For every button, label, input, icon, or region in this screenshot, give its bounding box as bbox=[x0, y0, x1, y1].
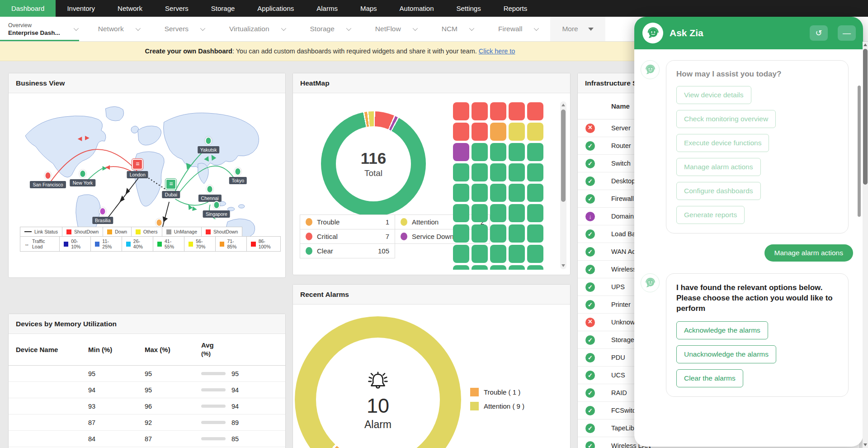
world-map[interactable]: San Francisco New York London bbox=[13, 96, 281, 255]
top-nav-item[interactable]: Maps bbox=[349, 0, 388, 17]
heatmap-scrollbar[interactable] bbox=[560, 101, 566, 269]
heatmap-cell[interactable] bbox=[509, 265, 525, 270]
heatmap-donut-chart[interactable]: 116 Total bbox=[321, 111, 426, 216]
chevron-down-icon[interactable] bbox=[74, 26, 79, 31]
table-row[interactable]: 87 92 89 bbox=[9, 415, 285, 431]
heatmap-cell[interactable] bbox=[472, 184, 488, 202]
top-nav-item[interactable]: Applications bbox=[246, 0, 305, 17]
zia-suggestion-button[interactable]: Generate reports bbox=[676, 206, 745, 224]
heatmap-cell[interactable] bbox=[472, 204, 488, 222]
zia-action-button[interactable]: Acknowledge the alarms bbox=[676, 321, 768, 339]
heatmap-cell[interactable] bbox=[490, 163, 506, 181]
heatmap-cell[interactable] bbox=[509, 123, 525, 141]
scroll-down-icon[interactable] bbox=[863, 443, 867, 446]
heatmap-cell[interactable] bbox=[453, 245, 469, 263]
heatmap-cell[interactable] bbox=[509, 143, 525, 161]
map-city-marker[interactable]: Brasilia bbox=[99, 207, 106, 215]
heatmap-cell[interactable] bbox=[453, 123, 469, 141]
heatmap-cell[interactable] bbox=[509, 204, 525, 222]
map-city-marker[interactable]: Johannesburg bbox=[156, 219, 162, 227]
scroll-up-icon[interactable] bbox=[561, 104, 565, 106]
tab-more[interactable]: More bbox=[550, 17, 605, 41]
heatmap-cell[interactable] bbox=[453, 204, 469, 222]
zia-suggestion-button[interactable]: View device details bbox=[676, 86, 751, 104]
scrollbar-thumb[interactable] bbox=[561, 110, 566, 202]
top-nav-item[interactable]: Inventory bbox=[56, 0, 106, 17]
zia-scrollbar-thumb[interactable] bbox=[858, 86, 861, 217]
heatmap-cell[interactable] bbox=[527, 123, 543, 141]
top-nav-item[interactable]: Automation bbox=[388, 0, 445, 17]
heatmap-cell[interactable] bbox=[453, 163, 469, 181]
table-row[interactable]: 93 96 94 bbox=[9, 398, 285, 415]
heatmap-cell[interactable] bbox=[527, 102, 543, 120]
heatmap-cell[interactable] bbox=[527, 184, 543, 202]
top-nav-item[interactable]: Servers bbox=[154, 0, 200, 17]
map-city-marker[interactable]: London bbox=[132, 159, 143, 170]
table-row[interactable]: 94 95 94 bbox=[9, 382, 285, 398]
heatmap-cell[interactable] bbox=[453, 102, 469, 120]
page-scrollbar[interactable] bbox=[863, 42, 868, 448]
dashboard-tab[interactable]: Firewall bbox=[486, 17, 550, 41]
heatmap-cell[interactable] bbox=[453, 224, 469, 243]
heatmap-cell[interactable] bbox=[472, 143, 488, 161]
heatmap-legend-item[interactable]: Critical 7 bbox=[300, 229, 395, 244]
heatmap-cell[interactable] bbox=[490, 224, 506, 243]
dashboard-tab[interactable]: NetFlow bbox=[363, 17, 429, 41]
scroll-up-icon[interactable] bbox=[863, 43, 867, 46]
zia-action-button[interactable]: Clear the alarms bbox=[676, 369, 743, 387]
heatmap-cell[interactable] bbox=[509, 184, 525, 202]
heatmap-cell[interactable] bbox=[490, 204, 506, 222]
banner-link[interactable]: Click here to bbox=[479, 48, 515, 55]
zia-suggestion-button[interactable]: Manage alarm actions bbox=[676, 158, 761, 176]
heatmap-cell[interactable] bbox=[490, 245, 506, 263]
heatmap-cell[interactable] bbox=[509, 102, 525, 120]
heatmap-cell[interactable] bbox=[490, 265, 506, 270]
recent-alarms-donut-chart[interactable]: 10 Alarm bbox=[295, 316, 461, 448]
top-nav-item[interactable]: Settings bbox=[445, 0, 492, 17]
heatmap-cell[interactable] bbox=[527, 224, 543, 243]
heatmap-cell[interactable] bbox=[509, 224, 525, 243]
heatmap-cell[interactable] bbox=[490, 184, 506, 202]
heatmap-cell[interactable] bbox=[527, 204, 543, 222]
map-city-marker[interactable]: Singapore bbox=[213, 201, 220, 209]
zia-suggestion-button[interactable]: Configure dashboards bbox=[676, 182, 761, 200]
heatmap-cell[interactable] bbox=[490, 102, 506, 120]
dashboard-tab[interactable]: Network bbox=[85, 17, 152, 41]
top-nav-item[interactable]: Alarms bbox=[305, 0, 349, 17]
table-row[interactable]: 84 87 85 bbox=[9, 431, 285, 447]
user-message-pill[interactable]: Manage alarm actions bbox=[764, 244, 854, 262]
heatmap-cell[interactable] bbox=[509, 245, 525, 263]
dashboard-tab[interactable]: Virtualization bbox=[217, 17, 297, 41]
table-row[interactable]: 95 95 95 bbox=[9, 366, 285, 382]
heatmap-cell[interactable] bbox=[527, 245, 543, 263]
scroll-down-icon[interactable] bbox=[561, 264, 565, 267]
heatmap-cell[interactable] bbox=[509, 163, 525, 181]
map-city-marker[interactable]: San Francisco bbox=[44, 172, 51, 180]
heatmap-cell[interactable] bbox=[453, 265, 469, 270]
dashboard-tab[interactable]: NCM bbox=[429, 17, 486, 41]
top-nav-item[interactable]: Storage bbox=[200, 0, 246, 17]
zia-suggestion-button[interactable]: Execute device functions bbox=[676, 134, 769, 152]
map-city-marker[interactable]: Yakutsk bbox=[205, 137, 212, 145]
heatmap-legend-item[interactable]: Trouble 1 bbox=[300, 214, 395, 229]
top-nav-item[interactable]: Reports bbox=[492, 0, 539, 17]
scrollbar-thumb[interactable] bbox=[863, 49, 868, 185]
heatmap-cell[interactable] bbox=[453, 184, 469, 202]
zia-reset-button[interactable]: ↺ bbox=[810, 25, 828, 41]
heatmap-cell[interactable] bbox=[472, 265, 488, 270]
map-city-marker[interactable]: Tokyo bbox=[235, 167, 241, 176]
top-nav-item[interactable]: Dashboard bbox=[0, 0, 56, 17]
heatmap-cell[interactable] bbox=[527, 143, 543, 161]
heatmap-cell[interactable] bbox=[472, 102, 488, 120]
heatmap-cell[interactable] bbox=[490, 123, 506, 141]
zia-minimize-button[interactable]: — bbox=[838, 25, 856, 41]
heatmap-cell[interactable] bbox=[453, 143, 469, 161]
alarms-legend-item[interactable]: Trouble ( 1 ) bbox=[470, 388, 524, 396]
heatmap-cell[interactable] bbox=[472, 224, 488, 243]
zia-action-button[interactable]: Unacknowledge the alarms bbox=[676, 345, 776, 363]
dashboard-tab[interactable]: Servers bbox=[152, 17, 217, 41]
zia-suggestion-button[interactable]: Check monitoring overview bbox=[676, 110, 776, 128]
map-city-marker[interactable]: Dubai bbox=[165, 179, 176, 190]
heatmap-legend-item[interactable]: Clear 105 bbox=[300, 243, 395, 258]
heatmap-cell[interactable] bbox=[472, 245, 488, 263]
